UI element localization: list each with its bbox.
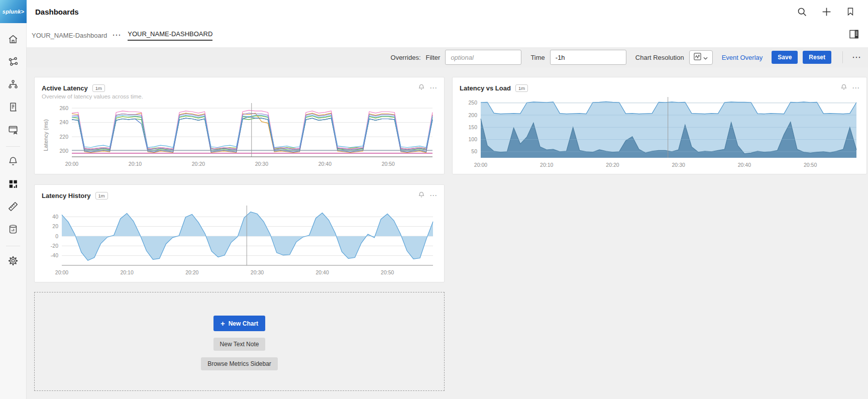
svg-text:40: 40: [52, 214, 58, 220]
network-apm-icon: [8, 56, 19, 69]
breadcrumb-row: YOUR_NAME-Dashboard ⋯ YOUR_NAME-DASHBOAR…: [27, 23, 868, 47]
time-input[interactable]: [550, 50, 626, 65]
svg-text:20:10: 20:10: [540, 162, 553, 168]
chart-title: Latency vs Load: [460, 84, 511, 92]
new-chart-button[interactable]: + New Chart: [213, 316, 265, 331]
svg-text:20:00: 20:00: [55, 269, 68, 275]
metrics-ruler-icon: [8, 201, 19, 214]
chart-card-latency-history: Latency History 1m ⋯ -40-200204020:0020:…: [34, 184, 445, 282]
event-overlay-link[interactable]: Event Overlay: [722, 54, 763, 61]
empty-chart-panel: + New Chart New Text Note Browse Metrics…: [34, 292, 445, 391]
bell-icon[interactable]: [418, 83, 425, 93]
svg-text:200: 200: [468, 112, 477, 118]
chart-resolution-dropdown[interactable]: [689, 50, 713, 65]
rum-icon: [8, 124, 19, 137]
home-icon: [8, 34, 19, 47]
svg-text:20:00: 20:00: [474, 162, 487, 168]
top-bar-actions: [797, 7, 868, 17]
y-axis-label: Latency (ms): [42, 102, 50, 169]
svg-text:20:00: 20:00: [65, 161, 78, 167]
svg-text:20:10: 20:10: [121, 269, 134, 275]
svg-text:240: 240: [59, 119, 68, 125]
svg-text:20:50: 20:50: [382, 161, 395, 167]
latency-history-chart[interactable]: -40-200204020:0020:1020:2020:3020:4020:5…: [42, 201, 437, 280]
filter-input[interactable]: [445, 50, 521, 65]
svg-text:20:30: 20:30: [255, 161, 268, 167]
time-label: Time: [530, 54, 545, 61]
alerts-bell-icon: [8, 156, 19, 169]
top-bar: Dashboards: [27, 0, 868, 23]
svg-text:150: 150: [468, 124, 477, 130]
svg-text:20:30: 20:30: [672, 162, 685, 168]
infrastructure-icon: [8, 79, 19, 92]
chart-more-icon[interactable]: ⋯: [852, 85, 859, 90]
sidebar-item-rum[interactable]: [5, 123, 22, 139]
log-observer-icon: [8, 102, 19, 115]
svg-text:20:20: 20:20: [185, 269, 198, 275]
overrides-divider: [842, 51, 843, 63]
plus-icon: +: [221, 319, 225, 328]
sidebar-item-log-observer[interactable]: [5, 100, 22, 116]
sidebar-item-data-management[interactable]: [5, 222, 22, 238]
dashboards-grid-icon: [8, 178, 19, 191]
settings-gear-icon: [8, 255, 19, 268]
svg-text:250: 250: [468, 99, 477, 106]
app-root: splunk> Dashboards: [0, 0, 868, 399]
chart-more-icon[interactable]: ⋯: [429, 193, 437, 198]
data-management-icon: [8, 224, 19, 237]
plus-icon[interactable]: [821, 7, 832, 17]
svg-text:220: 220: [59, 134, 68, 140]
sidebar-item-alerts[interactable]: [5, 154, 22, 170]
filter-label: Filter: [426, 54, 441, 61]
svg-text:20:40: 20:40: [738, 162, 751, 168]
chart-title: Latency History: [42, 192, 91, 200]
chart-card-active-latency: Active Latency 1m ⋯ Overview of latency …: [34, 77, 445, 174]
svg-text:20: 20: [52, 223, 58, 229]
reset-button[interactable]: Reset: [803, 51, 831, 64]
chart-subtitle: Overview of latency values across time.: [42, 93, 437, 102]
chart-card-latency-vs-load: Latency vs Load 1m ⋯ 5010015020025020:00…: [452, 77, 867, 174]
resolution-badge: 1m: [92, 84, 105, 92]
bookmark-icon[interactable]: [846, 7, 855, 17]
search-icon[interactable]: [797, 7, 807, 17]
breadcrumb-more-icon[interactable]: ⋯: [112, 33, 121, 38]
svg-text:20:10: 20:10: [129, 161, 142, 167]
bell-icon[interactable]: [840, 83, 847, 93]
sidebar-item-settings[interactable]: [5, 254, 22, 270]
breadcrumb-group[interactable]: YOUR_NAME-Dashboard: [32, 32, 107, 39]
main-area: YOUR_NAME-Dashboard ⋯ YOUR_NAME-DASHBOAR…: [27, 23, 868, 399]
svg-text:20:40: 20:40: [315, 269, 329, 275]
sidebar-divider: [6, 146, 20, 147]
tab-dashboard-active[interactable]: YOUR_NAME-DASHBOARD: [128, 30, 212, 41]
svg-text:20:50: 20:50: [804, 162, 817, 168]
sidebar-item-home[interactable]: [5, 32, 22, 48]
chart-title: Active Latency: [42, 84, 88, 92]
latency-vs-load-chart[interactable]: 5010015020025020:0020:1020:2020:3020:402…: [460, 93, 859, 172]
resolution-badge: 1m: [95, 192, 108, 200]
svg-text:100: 100: [468, 136, 477, 142]
overrides-more-icon[interactable]: ⋯: [852, 55, 861, 60]
browse-metrics-sidebar-button[interactable]: Browse Metrics Sidebar: [201, 357, 278, 370]
svg-text:50: 50: [471, 148, 477, 154]
sidebar-item-infrastructure[interactable]: [5, 77, 22, 93]
splunk-logo[interactable]: splunk>: [0, 0, 27, 23]
panel-toggle-icon[interactable]: [849, 30, 859, 41]
svg-text:20:20: 20:20: [606, 162, 619, 168]
page-title: Dashboards: [27, 8, 79, 16]
svg-text:260: 260: [59, 105, 68, 111]
new-text-note-button[interactable]: New Text Note: [213, 338, 266, 351]
active-latency-chart[interactable]: 20022024026020:0020:1020:2020:3020:4020:…: [50, 102, 437, 169]
svg-text:200: 200: [59, 148, 68, 154]
bell-icon[interactable]: [418, 191, 425, 201]
save-button[interactable]: Save: [772, 51, 798, 64]
sidebar-item-apm[interactable]: [5, 55, 22, 71]
svg-text:20:20: 20:20: [192, 161, 205, 167]
chart-resolution-label: Chart Resolution: [635, 54, 684, 61]
left-sidebar: [0, 23, 27, 399]
chevron-down-icon: [703, 54, 708, 61]
sidebar-item-metrics[interactable]: [5, 200, 22, 216]
sidebar-item-dashboards[interactable]: [5, 177, 22, 193]
svg-text:20:50: 20:50: [381, 269, 394, 275]
chart-more-icon[interactable]: ⋯: [429, 85, 437, 90]
svg-text:-20: -20: [51, 243, 58, 249]
